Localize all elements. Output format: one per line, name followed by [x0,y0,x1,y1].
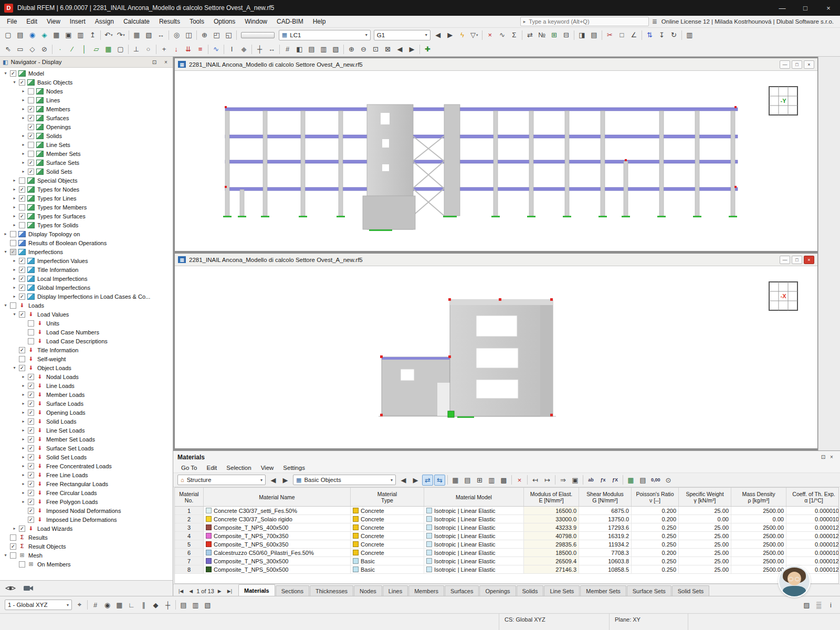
previous-load-case-icon[interactable]: ◀ [433,29,444,40]
new-nodal-load-icon[interactable]: ↓ [171,44,182,55]
open-model-icon[interactable]: ▤ [15,29,26,40]
tree-item-surface-loads[interactable]: ▸✓⇓Surface Loads [0,399,173,408]
tree-item-checkbox[interactable]: ✓ [19,195,25,202]
tree-item-surface-set-loads[interactable]: ▸✓⇓Surface Set Loads [0,444,173,453]
previous-table-group-icon[interactable]: ◀ [268,475,279,486]
new-section-icon[interactable]: I [226,44,237,55]
menu-view[interactable]: View [42,16,65,27]
poisson-cell[interactable]: 0.200 [632,507,679,514]
tree-item-checkbox[interactable]: ✓ [28,508,34,514]
tree-item-units[interactable]: ⇓Units [0,319,173,328]
column-header-kn-m[interactable]: Specific Weightγ [kN/m³] [679,488,731,506]
table-tab-solids[interactable]: Solids [517,585,544,596]
import-data-icon[interactable]: ↤ [530,475,541,486]
tree-item-special-objects[interactable]: ▸Special Objects [0,176,173,185]
tree-item-checkbox[interactable] [19,204,25,211]
menu-insert[interactable]: Insert [65,16,90,27]
tree-item-checkbox[interactable]: ✓ [28,463,34,469]
tree-expand-arrow-icon[interactable]: ▸ [20,464,27,468]
menu-results[interactable]: Results [154,16,185,27]
tree-expand-arrow-icon[interactable]: ▸ [20,455,27,459]
sync-selection-icon[interactable]: ⇆ [434,475,445,486]
material-name-cell[interactable]: Concrete C30/37_setti_Fes.50% [204,507,351,514]
tree-expand-arrow-icon[interactable]: ▸ [11,223,18,227]
tree-expand-arrow-icon[interactable]: ▸ [20,374,27,379]
dlubal-online-icon[interactable]: ◉ [27,29,38,40]
grid-settings-icon[interactable]: # [90,600,101,611]
close-panel-icon[interactable]: × [827,454,836,460]
tree-item-types-for-members[interactable]: ▸Types for Members [0,203,173,212]
tree-item-checkbox[interactable] [10,302,16,309]
menu-window[interactable]: Window [240,16,272,27]
material-type-cell[interactable]: Concrete [351,532,424,540]
measure-icon[interactable]: ∠ [628,29,639,40]
tree-item-lines[interactable]: ▸Lines [0,96,173,104]
modulus-cell[interactable]: 43233.9 [524,523,579,531]
material-name-cell[interactable]: Composite_T_NPS_300x500 [204,557,351,565]
ortho-icon[interactable]: ∟ [126,600,137,611]
tree-expand-arrow-icon[interactable]: ▸ [11,178,18,183]
tree-item-line-set-loads[interactable]: ▸✓⇓Line Set Loads [0,426,173,435]
calculate-all-icon[interactable]: ϟ [457,29,468,40]
tree-item-checkbox[interactable]: ✓ [28,106,34,112]
tree-item-types-for-surfaces[interactable]: ▸✓Types for Surfaces [0,212,173,220]
zoom-to-selected-icon[interactable]: ⊕ [199,29,210,40]
snap-grid-icon[interactable]: # [282,44,293,55]
tree-item-on-members[interactable]: ⊞On Members [0,560,173,569]
minimize-button[interactable]: — [771,0,794,16]
material-model-cell[interactable]: Isotropic | Linear Elastic [424,532,524,540]
save-model-icon[interactable]: ▣ [63,29,74,40]
tree-expand-arrow-icon[interactable]: ▸ [11,205,18,209]
select-rectangle-icon[interactable]: ▭ [15,44,26,55]
zoom-in-icon[interactable]: ⊕ [346,44,357,55]
tree-item-nodal-loads[interactable]: ▸✓⇓Nodal Loads [0,372,173,381]
menu-assign[interactable]: Assign [90,16,119,27]
excel-export-icon[interactable]: ▦ [625,475,636,486]
material-type-cell[interactable]: Basic [351,557,424,565]
redo-icon[interactable]: ↷▾ [115,29,126,40]
tree-item-checkbox[interactable]: ✓ [19,285,25,291]
thermal-exp-cell[interactable]: 0.000012 [786,540,839,548]
specific-weight-cell[interactable]: 25.00 [679,523,731,531]
guidelines-icon[interactable]: ┼ [254,44,265,55]
menu-cad-bim[interactable]: CAD-BIM [272,16,308,27]
table-tab-sections[interactable]: Sections [276,585,309,596]
tree-item-checkbox[interactable]: ✓ [28,472,34,478]
user-avatar[interactable] [779,566,810,596]
close-panel-icon[interactable]: × [162,59,170,65]
modulus-cell[interactable]: 26509.4 [524,557,579,565]
mass-density-cell[interactable]: 0.00 [731,515,786,523]
viewport1-close-button[interactable]: × [804,60,814,69]
insert-row-icon[interactable]: ⊞ [474,475,485,486]
tree-item-checkbox[interactable] [28,338,34,344]
tree-expand-arrow-icon[interactable]: ▸ [11,267,18,272]
tree-expand-arrow-icon[interactable]: ▸ [20,419,27,424]
view-direction-icon[interactable]: ◰ [211,29,222,40]
materials-menu-view[interactable]: View [256,465,279,471]
specific-weight-cell[interactable]: 25.00 [679,549,731,556]
new-load-case-icon[interactable]: + [159,44,170,55]
rfem-manager-icon[interactable]: ◈ [39,29,50,40]
viewport1-title-bar[interactable]: ▦ 2281_INAIL Ancona_Modello di calcolo S… [175,58,817,71]
tree-item-checkbox[interactable]: ✓ [28,517,34,523]
material-row-6[interactable]: 6Calcestruzzo C50/60_Pilastri_Fes.50%Con… [175,549,838,557]
display-factor-slider[interactable] [241,32,275,38]
maximize-button[interactable]: □ [794,0,817,16]
material-name-cell[interactable]: Calcestruzzo C50/60_Pilastri_Fes.50% [204,549,351,556]
tree-item-checkbox[interactable]: ✓ [28,383,34,389]
material-type-cell[interactable]: Concrete [351,523,424,531]
table-tab-solid-sets[interactable]: Solid Sets [672,585,710,596]
tree-item-types-for-lines[interactable]: ▸✓Types for Lines [0,194,173,203]
new-dimension-icon[interactable]: ↔ [266,44,277,55]
poisson-cell[interactable]: 0.250 [632,540,679,548]
panel-control-icon[interactable]: ▥ [684,29,695,40]
tree-item-checkbox[interactable] [19,222,25,228]
print-graphic-icon[interactable]: ▦ [51,29,62,40]
mass-density-cell[interactable]: 2500.00 [731,549,786,556]
thermal-exp-cell[interactable]: 0.000010 [786,507,839,514]
tree-collapse-arrow-icon[interactable]: ▾ [11,80,18,85]
select-special-icon[interactable]: ◇ [27,44,38,55]
poisson-cell[interactable]: 0.250 [632,523,679,531]
select-objects-icon[interactable]: ◎ [171,29,182,40]
column-header-no[interactable]: MaterialNo. [175,488,204,506]
